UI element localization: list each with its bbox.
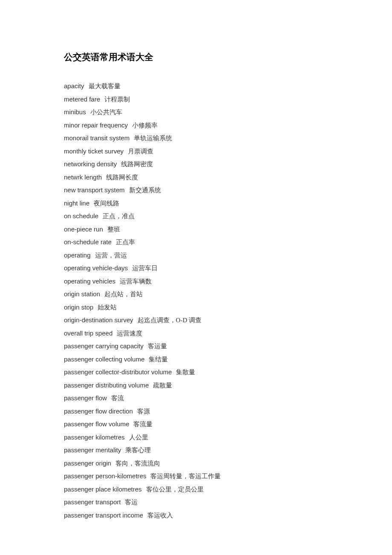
entry-english: passenger collector-distributor volume xyxy=(64,368,172,376)
glossary-entry: passenger flow volume客流量 xyxy=(64,418,328,431)
glossary-entry: passenger collecting volume集结量 xyxy=(64,353,328,366)
entry-english: apacity xyxy=(64,82,84,90)
entry-english: on schedule xyxy=(64,212,98,220)
entry-chinese: 疏散量 xyxy=(153,382,172,389)
glossary-entry: networking density线路网密度 xyxy=(64,158,328,171)
glossary-entry: passenger person-kilometres客运周转量，客运工作量 xyxy=(64,470,328,483)
glossary-entry: one-piece run整班 xyxy=(64,223,328,236)
entry-chinese: 集散量 xyxy=(176,369,195,376)
entry-english: monthly ticket survey xyxy=(64,147,124,155)
glossary-entry: monthly ticket survey月票调查 xyxy=(64,145,328,158)
entry-chinese: 客运量 xyxy=(148,343,167,350)
glossary-entry: on schedule正点，准点 xyxy=(64,210,328,223)
entry-english: passenger origin xyxy=(64,460,111,467)
entry-chinese: 最大载客量 xyxy=(89,83,121,90)
entry-chinese: 新交通系统 xyxy=(129,187,161,194)
entry-english: passenger kilometres xyxy=(64,434,125,441)
entry-english: overall trip speed xyxy=(64,330,112,337)
entry-english: passenger mentality xyxy=(64,446,121,454)
glossary-entry: passenger transport客运 xyxy=(64,496,328,509)
glossary-entry: overall trip speed运营速度 xyxy=(64,327,328,340)
entry-chinese: 客流 xyxy=(111,395,124,402)
entry-english: passenger flow volume xyxy=(64,420,129,428)
entry-chinese: 起点站，首站 xyxy=(104,291,143,298)
entry-chinese: 线路网长度 xyxy=(106,174,138,181)
entry-chinese: 客运收入 xyxy=(147,512,173,519)
entry-chinese: 运营车日 xyxy=(132,265,158,272)
entry-chinese: 小公共汽车 xyxy=(90,109,122,116)
entry-english: netwrk length xyxy=(64,173,102,181)
entry-english: new transport system xyxy=(64,186,125,194)
entry-chinese: 集结量 xyxy=(149,356,168,363)
entry-english: night line xyxy=(64,199,89,207)
entry-english: minor repair frequency xyxy=(64,121,128,129)
glossary-entry: passenger mentality乘客心理 xyxy=(64,444,328,457)
glossary-entry: operating运营，营运 xyxy=(64,249,328,262)
glossary-entry: on-schedule rate正点率 xyxy=(64,236,328,249)
glossary-entry: passenger carrying capacity客运量 xyxy=(64,340,328,353)
entry-english: passenger person-kilometres xyxy=(64,472,146,480)
entry-chinese: 乘客心理 xyxy=(125,447,151,454)
entry-english: passenger flow direction xyxy=(64,408,133,415)
entry-english: origin-destination survey xyxy=(64,316,133,324)
entries-list: apacity最大载客量metered fare计程票制minibus小公共汽车… xyxy=(64,80,328,521)
glossary-entry: netwrk length线路网长度 xyxy=(64,171,328,184)
entry-english: one-piece run xyxy=(64,225,103,233)
entry-chinese: 计程票制 xyxy=(104,96,130,103)
entry-chinese: 客运 xyxy=(125,499,138,506)
entry-english: passenger collecting volume xyxy=(64,356,144,363)
entry-chinese: 运营速度 xyxy=(117,330,142,337)
glossary-entry: passenger distributing volume疏散量 xyxy=(64,379,328,392)
glossary-entry: origin stop始发站 xyxy=(64,301,328,314)
glossary-entry: passenger transport income客运收入 xyxy=(64,509,328,522)
entry-english: operating vehicle-days xyxy=(64,264,128,272)
entry-english: origin stop xyxy=(64,304,93,311)
glossary-entry: minibus小公共汽车 xyxy=(64,106,328,119)
entry-english: passenger transport income xyxy=(64,512,143,519)
entry-english: passenger place kilometres xyxy=(64,486,142,493)
glossary-entry: origin station起点站，首站 xyxy=(64,288,328,301)
glossary-entry: new transport system新交通系统 xyxy=(64,184,328,197)
entry-english: origin station xyxy=(64,290,100,298)
entry-chinese: 客位公里，定员公里 xyxy=(146,486,204,493)
entry-chinese: 单轨运输系统 xyxy=(134,135,172,142)
glossary-entry: operating vehicles运营车辆数 xyxy=(64,275,328,288)
entry-english: metered fare xyxy=(64,95,100,103)
entry-chinese: 整班 xyxy=(107,226,120,233)
entry-english: operating xyxy=(64,251,91,259)
document-title: 公交英语常用术语大全 xyxy=(64,51,328,63)
entry-chinese: 运营车辆数 xyxy=(120,278,152,285)
entry-english: monorail transit system xyxy=(64,134,130,142)
glossary-entry: night line夜间线路 xyxy=(64,197,328,210)
glossary-entry: passenger kilometres人公里 xyxy=(64,431,328,444)
entry-english: passenger distributing volume xyxy=(64,382,149,389)
entry-english: minibus xyxy=(64,108,86,116)
glossary-entry: passenger place kilometres客位公里，定员公里 xyxy=(64,483,328,496)
glossary-entry: operating vehicle-days运营车日 xyxy=(64,262,328,275)
entry-english: on-schedule rate xyxy=(64,238,112,246)
glossary-entry: passenger flow direction客源 xyxy=(64,405,328,418)
glossary-entry: origin-destination survey起迄点调查，O-D 调查 xyxy=(64,314,328,327)
entry-english: passenger transport xyxy=(64,498,121,506)
glossary-entry: monorail transit system单轨运输系统 xyxy=(64,132,328,145)
glossary-entry: minor repair frequency小修频率 xyxy=(64,119,328,132)
entry-chinese: 正点率 xyxy=(116,239,135,246)
entry-english: operating vehicles xyxy=(64,278,115,285)
glossary-entry: passenger origin客向，客流流向 xyxy=(64,457,328,470)
glossary-entry: apacity最大载客量 xyxy=(64,80,328,92)
entry-chinese: 小修频率 xyxy=(132,122,158,129)
entry-chinese: 运营，营运 xyxy=(95,252,127,259)
entry-english: passenger flow xyxy=(64,394,107,402)
entry-chinese: 客流量 xyxy=(133,421,153,428)
entry-english: passenger carrying capacity xyxy=(64,342,144,350)
entry-english: networking density xyxy=(64,160,117,168)
entry-chinese: 正点，准点 xyxy=(103,213,135,220)
glossary-entry: metered fare计程票制 xyxy=(64,93,328,106)
glossary-entry: passenger collector-distributor volume集散… xyxy=(64,366,328,379)
entry-chinese: 始发站 xyxy=(98,304,117,311)
glossary-entry: passenger flow客流 xyxy=(64,392,328,405)
entry-chinese: 客源 xyxy=(137,408,150,415)
entry-chinese: 月票调查 xyxy=(128,148,153,155)
entry-chinese: 夜间线路 xyxy=(94,200,119,207)
entry-chinese: 线路网密度 xyxy=(121,161,153,168)
